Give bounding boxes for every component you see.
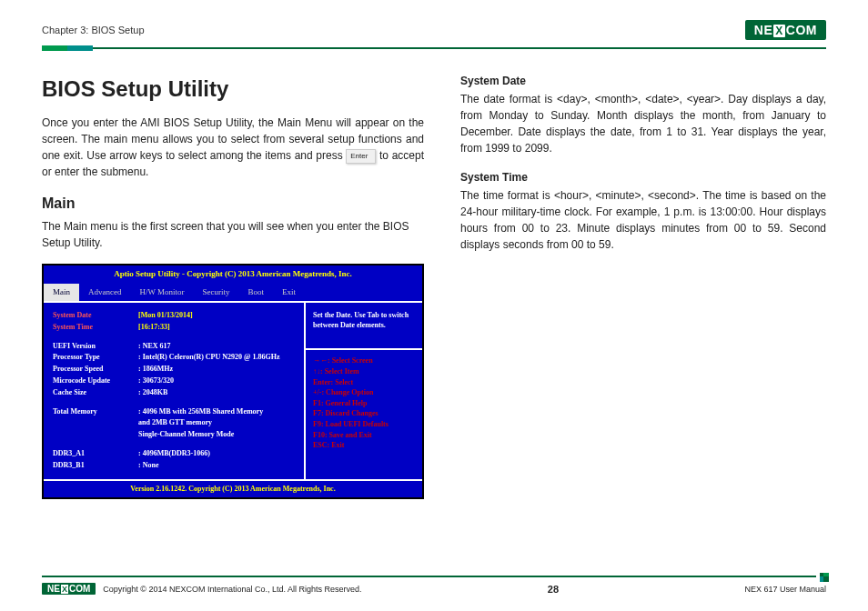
bios-key-help: →←: Select Screen ↑↓: Select Item Enter:…	[313, 356, 415, 450]
tab-boot: Boot	[239, 284, 274, 302]
bios-right-panel: Set the Date. Use Tab to switch between …	[304, 303, 422, 479]
tab-exit: Exit	[273, 284, 305, 302]
system-time-heading: System Time	[460, 169, 826, 185]
header-rule	[42, 45, 826, 51]
tab-advanced: Advanced	[79, 284, 130, 302]
page-number: 28	[548, 584, 559, 595]
intro-text: Once you enter the AMI BIOS Setup Utilit…	[42, 115, 424, 180]
bios-footer: Version 2.16.1242. Copyright (C) 2013 Am…	[44, 479, 422, 497]
bios-title: Aptio Setup Utility - Copyright (C) 2013…	[44, 265, 422, 284]
manual-name: NEX 617 User Manual	[744, 585, 826, 594]
footer-rule	[42, 573, 826, 579]
footer-logo: NEXCOM	[42, 583, 96, 595]
copyright: Copyright © 2014 NEXCOM International Co…	[103, 585, 361, 594]
main-desc: The Main menu is the first screen that y…	[42, 218, 424, 251]
section-heading-main: Main	[42, 193, 424, 215]
system-time-text: The time format is <hour>, <minute>, <se…	[460, 187, 826, 253]
page-title: BIOS Setup Utility	[42, 73, 424, 105]
chapter-label: Chapter 3: BIOS Setup	[42, 25, 145, 35]
tab-hwmonitor: H/W Monitor	[130, 284, 193, 302]
tab-security: Security	[194, 284, 239, 302]
bios-left-panel: System Date[Mon 01/13/2014] System Time[…	[44, 303, 304, 479]
system-date-text: The date format is <day>, <month>, <date…	[460, 91, 826, 156]
bios-screenshot: Aptio Setup Utility - Copyright (C) 2013…	[42, 264, 424, 499]
tab-main: Main	[44, 284, 79, 302]
bios-tabs: Main Advanced H/W Monitor Security Boot …	[44, 284, 422, 302]
enter-key-icon: Enter	[346, 149, 376, 164]
brand-logo: NEXCOM	[745, 20, 826, 40]
system-date-heading: System Date	[460, 73, 826, 89]
